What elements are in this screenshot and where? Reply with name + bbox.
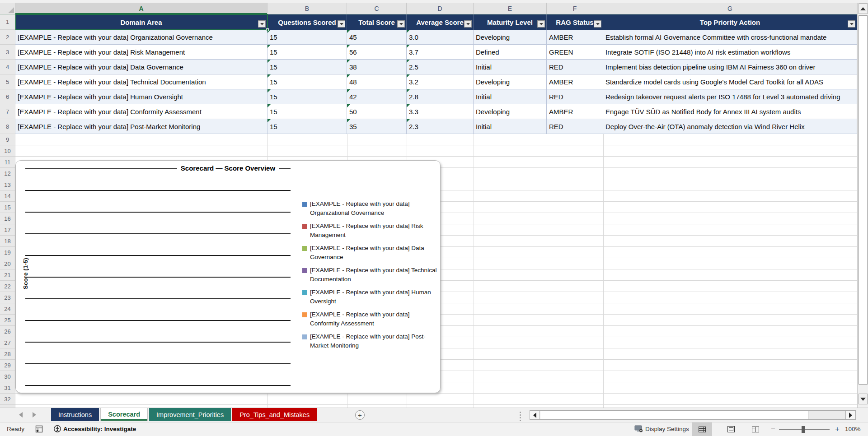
column-header-a[interactable]: A bbox=[15, 3, 267, 14]
cell-total-score[interactable]: 48 bbox=[347, 74, 407, 89]
cell-top-priority-action[interactable]: Engage TÜV SÜD as Notified Body for Anne… bbox=[603, 104, 857, 119]
row-header[interactable]: 17 bbox=[0, 224, 15, 236]
filter-dropdown-icon[interactable] bbox=[594, 20, 601, 28]
cell-rag-status[interactable]: AMBER bbox=[547, 104, 603, 119]
header-cell-maturity-level[interactable]: Maturity Level bbox=[474, 14, 547, 30]
cell-total-score[interactable]: 42 bbox=[347, 89, 407, 104]
cell-total-score[interactable]: 56 bbox=[347, 45, 407, 60]
row-header[interactable]: 24 bbox=[0, 303, 15, 315]
cell-maturity-level[interactable]: Initial bbox=[474, 60, 547, 74]
filter-dropdown-icon[interactable] bbox=[848, 20, 855, 28]
row-header[interactable]: 29 bbox=[0, 360, 15, 371]
row-header[interactable]: 27 bbox=[0, 337, 15, 348]
cell-domain-area[interactable]: [EXAMPLE - Replace with your data] Data … bbox=[15, 60, 267, 74]
row-header[interactable]: 5 bbox=[0, 74, 15, 89]
cell-top-priority-action[interactable]: Integrate SOTIF (ISO 21448) into AI risk… bbox=[603, 45, 857, 60]
cell-questions-scored[interactable]: 15 bbox=[267, 74, 347, 89]
tab-scroll-left-icon[interactable] bbox=[19, 412, 23, 417]
row-header[interactable]: 1 bbox=[0, 14, 15, 30]
row-header[interactable]: 20 bbox=[0, 258, 15, 269]
zoom-in-icon[interactable]: + bbox=[835, 425, 840, 434]
cell-average-score[interactable]: 3.7 bbox=[407, 45, 474, 60]
row-header[interactable]: 22 bbox=[0, 281, 15, 292]
row-header[interactable]: 30 bbox=[0, 371, 15, 382]
cell-top-priority-action[interactable]: Deploy Over-the-Air (OTA) anomaly detect… bbox=[603, 119, 857, 134]
filter-dropdown-icon[interactable] bbox=[464, 20, 472, 28]
cell-average-score[interactable]: 2.3 bbox=[407, 119, 474, 134]
cell-maturity-level[interactable]: Developing bbox=[474, 104, 547, 119]
row-header[interactable]: 21 bbox=[0, 269, 15, 281]
vertical-scrollbar-thumb[interactable] bbox=[859, 15, 868, 385]
row-header[interactable]: 15 bbox=[0, 202, 15, 213]
row-header[interactable]: 10 bbox=[0, 145, 15, 157]
vertical-scrollbar[interactable] bbox=[857, 3, 868, 408]
accessibility-icon[interactable] bbox=[53, 425, 62, 433]
filter-dropdown-icon[interactable] bbox=[397, 20, 405, 28]
header-cell-average-score[interactable]: Average Score bbox=[407, 14, 474, 30]
cell-total-score[interactable]: 45 bbox=[347, 30, 407, 45]
row-header[interactable]: 31 bbox=[0, 382, 15, 394]
legend-item[interactable]: [EXAMPLE - Replace with your data] Organ… bbox=[302, 199, 440, 218]
status-accessibility-label[interactable]: Accessibility: Investigate bbox=[63, 426, 136, 432]
row-header[interactable]: 4 bbox=[0, 60, 15, 74]
row-header[interactable]: 7 bbox=[0, 104, 15, 119]
scroll-down-icon[interactable] bbox=[859, 394, 868, 404]
row-header[interactable]: 12 bbox=[0, 168, 15, 179]
filter-dropdown-icon[interactable] bbox=[537, 20, 545, 28]
column-header-f[interactable]: F bbox=[547, 3, 603, 14]
cell-domain-area[interactable]: [EXAMPLE - Replace with your data] Risk … bbox=[15, 45, 267, 60]
row-header[interactable]: 28 bbox=[0, 348, 15, 360]
cell-domain-area[interactable]: [EXAMPLE - Replace with your data] Human… bbox=[15, 89, 267, 104]
row-header[interactable]: 19 bbox=[0, 247, 15, 258]
cell-rag-status[interactable]: RED bbox=[547, 60, 603, 74]
row-header[interactable]: 8 bbox=[0, 119, 15, 134]
legend-item[interactable]: [EXAMPLE - Replace with your data] Post-… bbox=[302, 332, 440, 350]
scroll-right-icon[interactable] bbox=[845, 411, 855, 419]
header-cell-top-priority-action[interactable]: Top Priority Action bbox=[603, 14, 857, 30]
row-header[interactable]: 11 bbox=[0, 157, 15, 168]
cell-rag-status[interactable]: AMBER bbox=[547, 74, 603, 89]
row-header[interactable]: 2 bbox=[0, 30, 15, 45]
header-cell-questions-scored[interactable]: Questions Scored bbox=[267, 14, 347, 30]
row-header[interactable]: 3 bbox=[0, 45, 15, 60]
cell-maturity-level[interactable]: Defined bbox=[474, 45, 547, 60]
cell-top-priority-action[interactable]: Establish formal AI Governance Committee… bbox=[603, 30, 857, 45]
column-header-e[interactable]: E bbox=[474, 3, 547, 14]
cell-maturity-level[interactable]: Initial bbox=[474, 119, 547, 134]
scorecard-chart[interactable]: Scorecard — Score Overview Score (1-5) [… bbox=[15, 160, 441, 393]
cell-maturity-level[interactable]: Developing bbox=[474, 74, 547, 89]
tab-scroll-right-icon[interactable] bbox=[33, 412, 36, 417]
cell-rag-status[interactable]: GREEN bbox=[547, 45, 603, 60]
cell-average-score[interactable]: 3.3 bbox=[407, 104, 474, 119]
zoom-slider-thumb[interactable] bbox=[802, 426, 805, 433]
row-header[interactable]: 32 bbox=[0, 394, 15, 405]
sheet-tab[interactable]: Scorecard bbox=[100, 408, 148, 421]
horizontal-scrollbar[interactable] bbox=[530, 410, 856, 420]
cell-domain-area[interactable]: [EXAMPLE - Replace with your data] Confo… bbox=[15, 104, 267, 119]
header-cell-rag-status[interactable]: RAG Status bbox=[547, 14, 603, 30]
row-header[interactable]: 6 bbox=[0, 89, 15, 104]
column-header-g[interactable]: G bbox=[603, 3, 857, 14]
row-header[interactable]: 23 bbox=[0, 292, 15, 303]
page-layout-view-icon[interactable] bbox=[721, 422, 741, 436]
cell-total-score[interactable]: 50 bbox=[347, 104, 407, 119]
cell-total-score[interactable]: 35 bbox=[347, 119, 407, 134]
legend-item[interactable]: [EXAMPLE - Replace with your data] Risk … bbox=[302, 222, 440, 240]
sheet-tab[interactable]: Instructions bbox=[51, 408, 99, 421]
scrollbar-resize-handle[interactable] bbox=[520, 412, 521, 421]
cell-rag-status[interactable]: RED bbox=[547, 119, 603, 134]
row-header[interactable]: 16 bbox=[0, 213, 15, 224]
cell-questions-scored[interactable]: 15 bbox=[267, 30, 347, 45]
cell-questions-scored[interactable]: 15 bbox=[267, 119, 347, 134]
filter-dropdown-icon[interactable] bbox=[258, 20, 266, 28]
cell-top-priority-action[interactable]: Redesign takeover request alerts per ISO… bbox=[603, 89, 857, 104]
cell-total-score[interactable]: 38 bbox=[347, 60, 407, 74]
cell-rag-status[interactable]: RED bbox=[547, 89, 603, 104]
cell-domain-area[interactable]: [EXAMPLE - Replace with your data] Techn… bbox=[15, 74, 267, 89]
cell-average-score[interactable]: 2.5 bbox=[407, 60, 474, 74]
add-sheet-icon[interactable]: + bbox=[355, 410, 365, 420]
column-header-b[interactable]: B bbox=[267, 3, 347, 14]
cell-domain-area[interactable]: [EXAMPLE - Replace with your data] Post-… bbox=[15, 119, 267, 134]
cell-top-priority-action[interactable]: Standardize model cards using Google's M… bbox=[603, 74, 857, 89]
row-header[interactable]: 9 bbox=[0, 134, 15, 145]
